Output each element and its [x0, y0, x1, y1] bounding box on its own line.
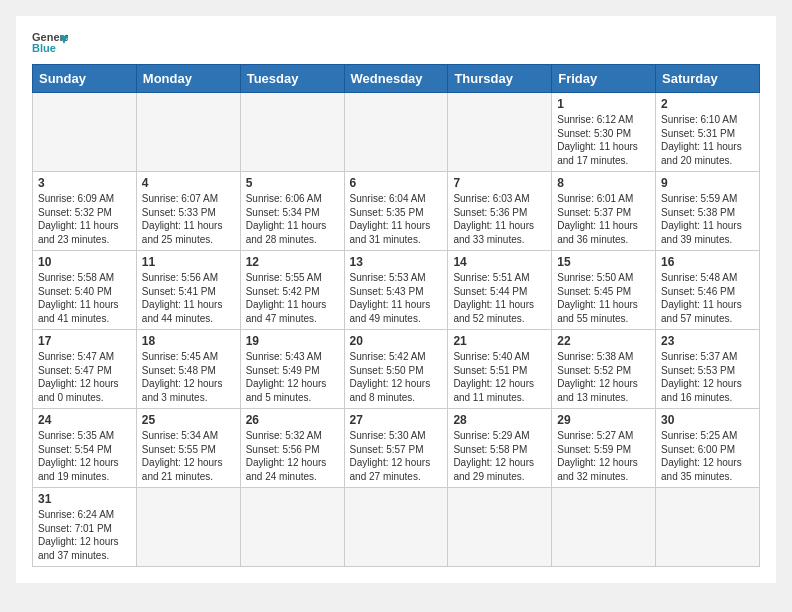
day-cell: 1Sunrise: 6:12 AM Sunset: 5:30 PM Daylig…: [552, 93, 656, 172]
day-info: Sunrise: 6:12 AM Sunset: 5:30 PM Dayligh…: [557, 113, 650, 167]
day-info: Sunrise: 5:40 AM Sunset: 5:51 PM Dayligh…: [453, 350, 546, 404]
day-cell: 4Sunrise: 6:07 AM Sunset: 5:33 PM Daylig…: [136, 172, 240, 251]
day-number: 25: [142, 413, 235, 427]
day-info: Sunrise: 5:37 AM Sunset: 5:53 PM Dayligh…: [661, 350, 754, 404]
week-row-3: 10Sunrise: 5:58 AM Sunset: 5:40 PM Dayli…: [33, 251, 760, 330]
day-cell: [240, 488, 344, 567]
day-info: Sunrise: 6:10 AM Sunset: 5:31 PM Dayligh…: [661, 113, 754, 167]
day-info: Sunrise: 5:53 AM Sunset: 5:43 PM Dayligh…: [350, 271, 443, 325]
day-info: Sunrise: 5:42 AM Sunset: 5:50 PM Dayligh…: [350, 350, 443, 404]
day-header-tuesday: Tuesday: [240, 65, 344, 93]
day-number: 27: [350, 413, 443, 427]
day-cell: 5Sunrise: 6:06 AM Sunset: 5:34 PM Daylig…: [240, 172, 344, 251]
day-cell: 6Sunrise: 6:04 AM Sunset: 5:35 PM Daylig…: [344, 172, 448, 251]
day-cell: 9Sunrise: 5:59 AM Sunset: 5:38 PM Daylig…: [656, 172, 760, 251]
day-cell: 22Sunrise: 5:38 AM Sunset: 5:52 PM Dayli…: [552, 330, 656, 409]
day-cell: 20Sunrise: 5:42 AM Sunset: 5:50 PM Dayli…: [344, 330, 448, 409]
day-number: 11: [142, 255, 235, 269]
day-info: Sunrise: 5:50 AM Sunset: 5:45 PM Dayligh…: [557, 271, 650, 325]
day-cell: 26Sunrise: 5:32 AM Sunset: 5:56 PM Dayli…: [240, 409, 344, 488]
day-info: Sunrise: 5:59 AM Sunset: 5:38 PM Dayligh…: [661, 192, 754, 246]
calendar-table: SundayMondayTuesdayWednesdayThursdayFrid…: [32, 64, 760, 567]
day-header-sunday: Sunday: [33, 65, 137, 93]
day-cell: 17Sunrise: 5:47 AM Sunset: 5:47 PM Dayli…: [33, 330, 137, 409]
day-info: Sunrise: 5:29 AM Sunset: 5:58 PM Dayligh…: [453, 429, 546, 483]
week-row-1: 1Sunrise: 6:12 AM Sunset: 5:30 PM Daylig…: [33, 93, 760, 172]
day-info: Sunrise: 5:25 AM Sunset: 6:00 PM Dayligh…: [661, 429, 754, 483]
day-info: Sunrise: 5:56 AM Sunset: 5:41 PM Dayligh…: [142, 271, 235, 325]
day-number: 15: [557, 255, 650, 269]
day-cell: 12Sunrise: 5:55 AM Sunset: 5:42 PM Dayli…: [240, 251, 344, 330]
day-cell: 18Sunrise: 5:45 AM Sunset: 5:48 PM Dayli…: [136, 330, 240, 409]
day-cell: 3Sunrise: 6:09 AM Sunset: 5:32 PM Daylig…: [33, 172, 137, 251]
day-number: 26: [246, 413, 339, 427]
day-cell: 2Sunrise: 6:10 AM Sunset: 5:31 PM Daylig…: [656, 93, 760, 172]
day-number: 14: [453, 255, 546, 269]
day-cell: [136, 488, 240, 567]
day-number: 6: [350, 176, 443, 190]
day-cell: 21Sunrise: 5:40 AM Sunset: 5:51 PM Dayli…: [448, 330, 552, 409]
day-header-wednesday: Wednesday: [344, 65, 448, 93]
day-cell: 24Sunrise: 5:35 AM Sunset: 5:54 PM Dayli…: [33, 409, 137, 488]
day-header-saturday: Saturday: [656, 65, 760, 93]
day-number: 4: [142, 176, 235, 190]
days-header-row: SundayMondayTuesdayWednesdayThursdayFrid…: [33, 65, 760, 93]
day-number: 28: [453, 413, 546, 427]
day-info: Sunrise: 5:47 AM Sunset: 5:47 PM Dayligh…: [38, 350, 131, 404]
day-info: Sunrise: 6:06 AM Sunset: 5:34 PM Dayligh…: [246, 192, 339, 246]
day-number: 12: [246, 255, 339, 269]
day-cell: [33, 93, 137, 172]
day-cell: 10Sunrise: 5:58 AM Sunset: 5:40 PM Dayli…: [33, 251, 137, 330]
day-info: Sunrise: 5:34 AM Sunset: 5:55 PM Dayligh…: [142, 429, 235, 483]
day-cell: [240, 93, 344, 172]
day-info: Sunrise: 5:38 AM Sunset: 5:52 PM Dayligh…: [557, 350, 650, 404]
day-info: Sunrise: 5:43 AM Sunset: 5:49 PM Dayligh…: [246, 350, 339, 404]
day-info: Sunrise: 5:48 AM Sunset: 5:46 PM Dayligh…: [661, 271, 754, 325]
day-cell: [656, 488, 760, 567]
day-cell: 28Sunrise: 5:29 AM Sunset: 5:58 PM Dayli…: [448, 409, 552, 488]
svg-text:Blue: Blue: [32, 42, 56, 54]
day-info: Sunrise: 6:07 AM Sunset: 5:33 PM Dayligh…: [142, 192, 235, 246]
day-cell: 19Sunrise: 5:43 AM Sunset: 5:49 PM Dayli…: [240, 330, 344, 409]
day-number: 30: [661, 413, 754, 427]
day-cell: [448, 93, 552, 172]
day-cell: 27Sunrise: 5:30 AM Sunset: 5:57 PM Dayli…: [344, 409, 448, 488]
week-row-4: 17Sunrise: 5:47 AM Sunset: 5:47 PM Dayli…: [33, 330, 760, 409]
logo-icon: General Blue: [32, 28, 68, 56]
day-header-thursday: Thursday: [448, 65, 552, 93]
day-cell: [448, 488, 552, 567]
day-number: 13: [350, 255, 443, 269]
day-header-monday: Monday: [136, 65, 240, 93]
day-number: 10: [38, 255, 131, 269]
day-number: 5: [246, 176, 339, 190]
day-info: Sunrise: 5:51 AM Sunset: 5:44 PM Dayligh…: [453, 271, 546, 325]
day-number: 16: [661, 255, 754, 269]
day-info: Sunrise: 6:09 AM Sunset: 5:32 PM Dayligh…: [38, 192, 131, 246]
day-cell: 30Sunrise: 5:25 AM Sunset: 6:00 PM Dayli…: [656, 409, 760, 488]
day-number: 8: [557, 176, 650, 190]
day-header-friday: Friday: [552, 65, 656, 93]
day-number: 20: [350, 334, 443, 348]
day-info: Sunrise: 5:58 AM Sunset: 5:40 PM Dayligh…: [38, 271, 131, 325]
day-info: Sunrise: 5:45 AM Sunset: 5:48 PM Dayligh…: [142, 350, 235, 404]
day-cell: [344, 488, 448, 567]
day-info: Sunrise: 6:01 AM Sunset: 5:37 PM Dayligh…: [557, 192, 650, 246]
day-cell: [344, 93, 448, 172]
day-number: 24: [38, 413, 131, 427]
day-cell: 11Sunrise: 5:56 AM Sunset: 5:41 PM Dayli…: [136, 251, 240, 330]
day-number: 19: [246, 334, 339, 348]
calendar-page: General Blue SundayMondayTuesdayWednesda…: [16, 16, 776, 583]
day-info: Sunrise: 5:27 AM Sunset: 5:59 PM Dayligh…: [557, 429, 650, 483]
day-number: 2: [661, 97, 754, 111]
day-number: 29: [557, 413, 650, 427]
day-info: Sunrise: 5:55 AM Sunset: 5:42 PM Dayligh…: [246, 271, 339, 325]
day-info: Sunrise: 6:24 AM Sunset: 7:01 PM Dayligh…: [38, 508, 131, 562]
week-row-6: 31Sunrise: 6:24 AM Sunset: 7:01 PM Dayli…: [33, 488, 760, 567]
day-number: 22: [557, 334, 650, 348]
day-number: 18: [142, 334, 235, 348]
day-info: Sunrise: 5:35 AM Sunset: 5:54 PM Dayligh…: [38, 429, 131, 483]
day-cell: 29Sunrise: 5:27 AM Sunset: 5:59 PM Dayli…: [552, 409, 656, 488]
day-number: 7: [453, 176, 546, 190]
day-cell: 16Sunrise: 5:48 AM Sunset: 5:46 PM Dayli…: [656, 251, 760, 330]
day-info: Sunrise: 6:03 AM Sunset: 5:36 PM Dayligh…: [453, 192, 546, 246]
